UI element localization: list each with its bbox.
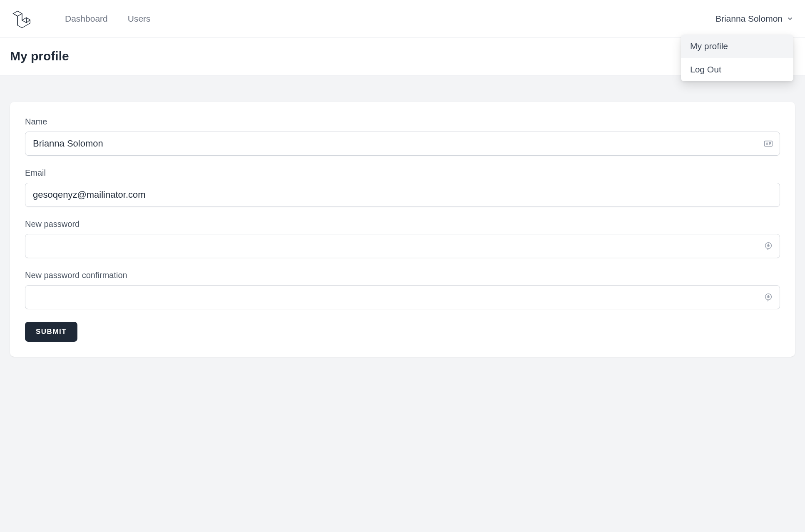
svg-point-1 <box>766 142 768 144</box>
page-title: My profile <box>10 49 795 63</box>
email-input-wrap <box>25 183 780 207</box>
email-label: Email <box>25 168 780 178</box>
dropdown-item-profile[interactable]: My profile <box>681 35 793 58</box>
new-password-confirmation-input-wrap <box>25 285 780 309</box>
user-menu: Brianna Solomon My profile Log Out <box>716 10 793 27</box>
nav-users[interactable]: Users <box>128 14 151 24</box>
main-nav: Dashboard Users <box>65 14 151 24</box>
field-new-password: New password <box>25 219 780 258</box>
app-logo[interactable] <box>12 9 32 29</box>
field-email: Email <box>25 168 780 207</box>
password-manager-icon[interactable] <box>763 292 773 302</box>
name-input[interactable] <box>25 132 780 156</box>
content: Name Email <box>0 75 805 373</box>
field-new-password-confirmation: New password confirmation <box>25 271 780 309</box>
svg-rect-6 <box>768 245 769 246</box>
chevron-down-icon <box>787 15 793 22</box>
laravel-logo-icon <box>12 9 31 28</box>
submit-button[interactable]: SUBMIT <box>25 322 77 342</box>
password-manager-icon[interactable] <box>763 241 773 251</box>
email-input[interactable] <box>25 183 780 207</box>
field-name: Name <box>25 117 780 156</box>
dropdown-item-logout[interactable]: Log Out <box>681 58 793 81</box>
profile-form-card: Name Email <box>10 102 795 357</box>
user-dropdown: My profile Log Out <box>681 35 793 81</box>
name-label: Name <box>25 117 780 127</box>
new-password-confirmation-label: New password confirmation <box>25 271 780 280</box>
new-password-input-wrap <box>25 234 780 258</box>
new-password-input[interactable] <box>25 234 780 258</box>
id-card-icon <box>763 139 773 149</box>
name-input-wrap <box>25 132 780 156</box>
new-password-confirmation-input[interactable] <box>25 285 780 309</box>
nav-dashboard[interactable]: Dashboard <box>65 14 108 24</box>
user-menu-name: Brianna Solomon <box>716 14 783 24</box>
user-menu-trigger[interactable]: Brianna Solomon <box>716 10 793 27</box>
svg-rect-8 <box>768 296 769 298</box>
new-password-label: New password <box>25 219 780 229</box>
topbar: Dashboard Users Brianna Solomon My profi… <box>0 0 805 37</box>
